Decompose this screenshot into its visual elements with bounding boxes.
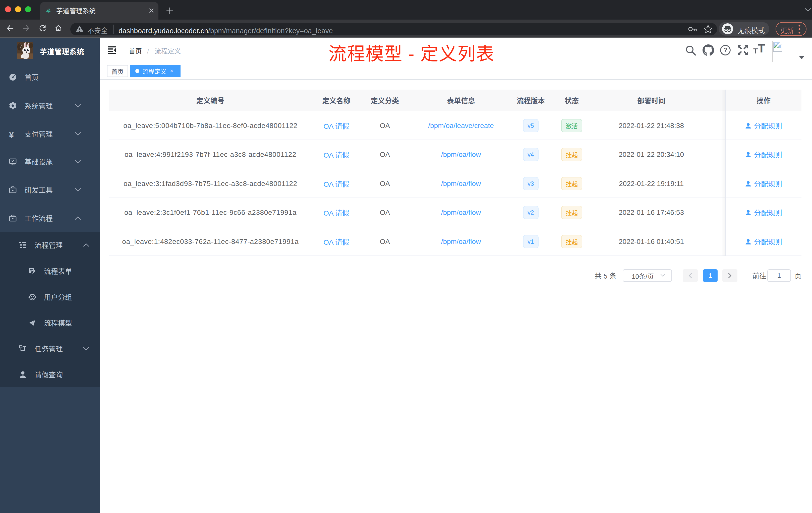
svg-text:?: ? [723,46,727,54]
